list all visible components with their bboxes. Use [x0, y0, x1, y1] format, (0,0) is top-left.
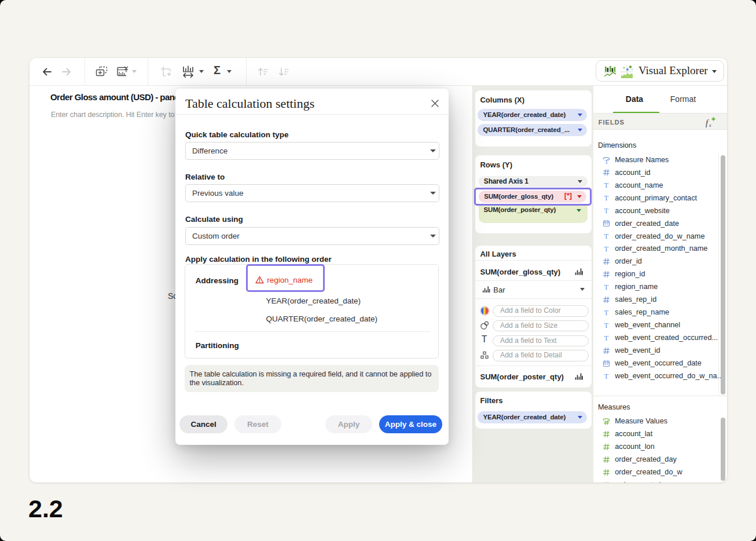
svg-text:T: T — [604, 195, 608, 202]
svg-text:T: T — [604, 207, 608, 214]
svg-text:T: T — [604, 309, 608, 316]
svg-text:x: x — [709, 122, 711, 127]
svg-text:T: T — [604, 158, 608, 163]
svg-text:T: T — [604, 321, 608, 329]
svg-text:T: T — [604, 283, 608, 291]
svg-text:T: T — [604, 182, 608, 189]
svg-text:T: T — [604, 334, 608, 342]
svg-text:T: T — [604, 245, 608, 253]
svg-text:T: T — [604, 232, 608, 240]
svg-text:T: T — [604, 372, 608, 380]
